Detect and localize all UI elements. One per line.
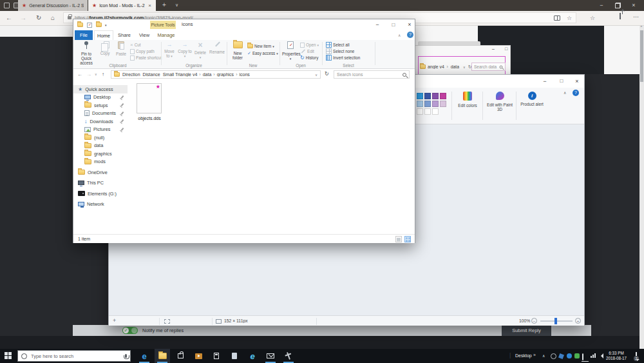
file-name-label[interactable]: objects.dds xyxy=(130,116,169,121)
palette-swatch-empty[interactable] xyxy=(432,108,439,115)
product-alert-button[interactable]: i Product alert xyxy=(519,92,545,106)
qat-new-folder-icon[interactable] xyxy=(96,23,102,27)
sidebar-item-quick-access[interactable]: ★ Quick access xyxy=(73,85,128,93)
palette-swatch[interactable] xyxy=(417,101,423,107)
taskbar-store-icon[interactable] xyxy=(173,349,188,363)
desktop-toolbar-label[interactable]: Desktop xyxy=(515,353,532,358)
zoom-slider-thumb[interactable] xyxy=(554,318,557,324)
zoom-in-button[interactable]: + xyxy=(575,318,581,324)
select-none-button[interactable]: Select none xyxy=(326,48,354,54)
forward-icon[interactable]: → xyxy=(20,14,26,21)
taskbar-search[interactable]: Type here to search xyxy=(17,350,131,362)
palette-swatch[interactable] xyxy=(432,101,439,107)
rename-button[interactable]: Rename xyxy=(209,41,225,54)
sidebar-item-data[interactable]: data xyxy=(73,142,128,150)
select-all-button[interactable]: Select all xyxy=(326,42,350,48)
thumbnail-view-button[interactable] xyxy=(404,236,411,242)
tray-network-icon[interactable] xyxy=(591,353,596,358)
tray-app-green-icon[interactable] xyxy=(574,353,580,358)
qat-properties-icon[interactable]: ✓ xyxy=(87,23,92,28)
sidebar-item-pictures[interactable]: Pictures xyxy=(73,126,128,134)
nav-up-icon[interactable]: ↑ xyxy=(102,72,104,77)
sidebar-item-onedrive[interactable]: OneDrive xyxy=(73,168,128,177)
taskbar-explorer-icon[interactable] xyxy=(155,349,170,363)
tab-close-icon[interactable]: × xyxy=(148,3,151,8)
taskbar-video-app-icon[interactable] xyxy=(191,349,206,363)
explorer-maximize-button[interactable]: □ xyxy=(388,20,399,30)
taskbar-clock[interactable]: 6:33 PM 2018-08-17 xyxy=(604,351,629,361)
new-folder-button[interactable]: New folder xyxy=(229,41,246,60)
explorer-help-icon[interactable]: ? xyxy=(407,32,413,38)
bg-explorer-search-box[interactable]: Search data xyxy=(471,63,506,71)
submit-reply-button[interactable]: Submit Reply xyxy=(502,325,551,336)
breadcrumb-segment[interactable]: data xyxy=(203,72,212,77)
copy-to-button[interactable]: → Copy to ▾ xyxy=(178,41,192,59)
browser-scrollbar[interactable]: ∧ xyxy=(639,11,644,349)
paint-minimize-button[interactable]: − xyxy=(538,76,552,86)
move-to-button[interactable]: → Move to ▾ xyxy=(162,41,176,59)
bg-breadcrumb[interactable]: angle v4 › data xyxy=(428,64,459,69)
details-view-button[interactable] xyxy=(395,236,402,242)
taskbar-calculator-icon[interactable] xyxy=(209,349,224,363)
palette-swatch-empty[interactable] xyxy=(417,108,423,115)
sidebar-item-downloads[interactable]: ↓ Downloads xyxy=(73,117,128,126)
tray-app-g-icon[interactable] xyxy=(551,353,556,359)
copy-button[interactable]: Copy xyxy=(98,41,112,55)
paint-close-button[interactable]: × xyxy=(570,76,584,86)
tab-share[interactable]: Share xyxy=(115,30,134,40)
ribbon-collapse-icon[interactable]: ∧ xyxy=(398,33,401,37)
browser-tab-inactive[interactable]: ★ General Discussion - IL-2 St xyxy=(18,0,88,11)
start-button[interactable] xyxy=(5,352,12,359)
background-explorer-window[interactable]: − □ angle v4 › data ∨ ↻ Search data xyxy=(414,45,511,77)
new-item-button[interactable]: New item ▾ xyxy=(247,43,274,49)
delete-button[interactable]: × Delete ▾ xyxy=(193,41,207,60)
paint-ribbon-collapse-icon[interactable]: ∧ xyxy=(564,90,566,95)
sidebar-item-null[interactable]: (null) xyxy=(73,133,128,142)
file-explorer-window[interactable]: ✓ ▾ Picture Tools icons − □ × File Home … xyxy=(73,19,415,243)
tab-file[interactable]: File xyxy=(75,30,93,40)
palette-swatch[interactable] xyxy=(424,93,431,99)
palette-swatch[interactable] xyxy=(424,101,431,107)
explorer-title-bar[interactable]: ✓ ▾ Picture Tools icons − □ × xyxy=(73,19,415,30)
address-refresh-icon[interactable]: ↻ xyxy=(325,71,329,77)
palette-swatch[interactable] xyxy=(432,93,439,99)
edit-with-paint3d-button[interactable]: Edit with Paint 3D xyxy=(486,92,514,112)
new-tab-button[interactable]: + xyxy=(162,1,166,8)
add-favorite-icon[interactable]: ☆ xyxy=(590,15,595,21)
taskbar-edge-icon[interactable]: e xyxy=(137,349,152,363)
reading-view-icon[interactable] xyxy=(554,15,560,21)
back-icon[interactable]: ← xyxy=(6,14,12,21)
palette-swatch[interactable] xyxy=(440,101,446,107)
paste-button[interactable]: Paste xyxy=(113,41,129,56)
nav-recent-dropdown-icon[interactable]: ∨ xyxy=(95,72,97,76)
sidebar-item-network[interactable]: Network xyxy=(73,201,128,209)
cut-button[interactable]: × Cut xyxy=(130,42,140,48)
copy-path-button[interactable]: Copy path xyxy=(130,48,155,54)
refresh-icon[interactable]: ↻ xyxy=(36,14,41,21)
paste-shortcut-button[interactable]: Paste shortcut xyxy=(130,55,162,61)
breadcrumb-segment[interactable]: Direction_Distance_Small Triangle v4 xyxy=(122,72,197,77)
palette-swatch-empty[interactable] xyxy=(424,108,431,115)
search-icon[interactable] xyxy=(402,73,406,77)
tray-app-blue-icon[interactable] xyxy=(558,353,564,359)
taskbar-game-icon[interactable] xyxy=(281,349,296,363)
breadcrumb-dropdown-icon[interactable]: ∨ xyxy=(315,73,317,77)
paint-maximize-button[interactable]: □ xyxy=(554,76,569,86)
bg-explorer-minimize-button[interactable]: − xyxy=(488,46,498,54)
explorer-close-button[interactable]: × xyxy=(404,20,415,30)
bg-crumb-dropdown-icon[interactable]: ∨ xyxy=(463,65,466,69)
tab-view[interactable]: View xyxy=(135,30,153,40)
qat-folder-icon[interactable] xyxy=(77,23,83,27)
tray-app-dot-icon[interactable] xyxy=(567,353,572,358)
history-button[interactable]: ↻ History xyxy=(300,55,318,61)
sidebar-item-elements-drive[interactable]: Elements (G:) xyxy=(73,190,128,198)
breadcrumb[interactable]: Direction_Distance_Small Triangle v4 › d… xyxy=(111,70,321,79)
tray-expand-icon[interactable]: ∧ xyxy=(542,353,545,358)
bg-explorer-address-bar[interactable]: angle v4 › data ∨ ↻ xyxy=(420,63,472,71)
taskbar-mail-icon[interactable] xyxy=(263,349,278,363)
nav-forward-icon[interactable]: → xyxy=(86,72,91,77)
tab-dropdown-button[interactable]: ∨ xyxy=(175,3,178,8)
browser-close-button[interactable]: × xyxy=(626,0,641,11)
browser-minimize-button[interactable]: − xyxy=(594,0,609,11)
sidebar-item-setups[interactable]: setups xyxy=(73,101,128,110)
